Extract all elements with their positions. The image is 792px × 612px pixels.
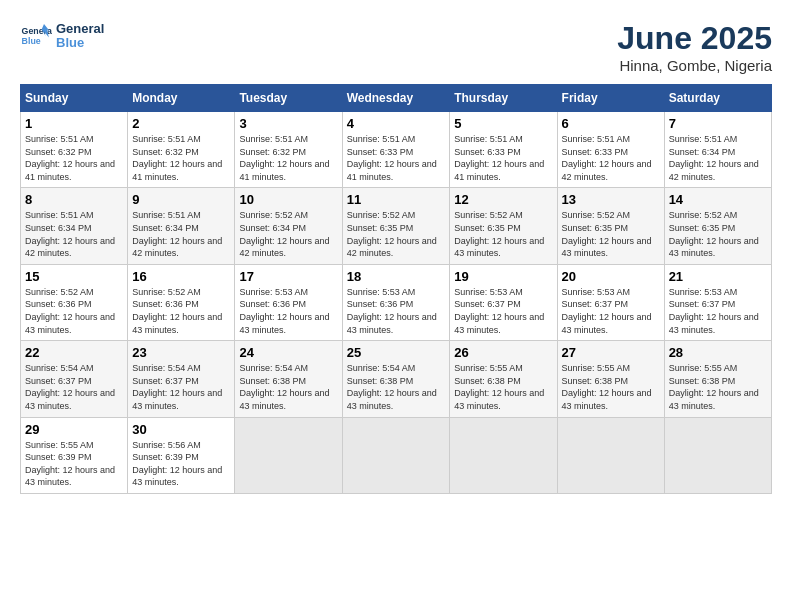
day-number: 21	[669, 269, 767, 284]
day-info: Sunrise: 5:55 AM Sunset: 6:38 PM Dayligh…	[454, 362, 552, 412]
logo-icon: General Blue	[20, 20, 52, 52]
day-info: Sunrise: 5:56 AM Sunset: 6:39 PM Dayligh…	[132, 439, 230, 489]
table-row: 25 Sunrise: 5:54 AM Sunset: 6:38 PM Dayl…	[342, 341, 450, 417]
logo-text-blue: Blue	[56, 36, 104, 50]
calendar-row: 29 Sunrise: 5:55 AM Sunset: 6:39 PM Dayl…	[21, 417, 772, 493]
day-number: 15	[25, 269, 123, 284]
day-info: Sunrise: 5:51 AM Sunset: 6:32 PM Dayligh…	[132, 133, 230, 183]
header-tuesday: Tuesday	[235, 85, 342, 112]
table-row: 8 Sunrise: 5:51 AM Sunset: 6:34 PM Dayli…	[21, 188, 128, 264]
day-info: Sunrise: 5:51 AM Sunset: 6:34 PM Dayligh…	[669, 133, 767, 183]
calendar-row: 1 Sunrise: 5:51 AM Sunset: 6:32 PM Dayli…	[21, 112, 772, 188]
table-row: 13 Sunrise: 5:52 AM Sunset: 6:35 PM Dayl…	[557, 188, 664, 264]
table-row: 28 Sunrise: 5:55 AM Sunset: 6:38 PM Dayl…	[664, 341, 771, 417]
day-number: 27	[562, 345, 660, 360]
table-row: 12 Sunrise: 5:52 AM Sunset: 6:35 PM Dayl…	[450, 188, 557, 264]
day-info: Sunrise: 5:55 AM Sunset: 6:38 PM Dayligh…	[562, 362, 660, 412]
table-row: 24 Sunrise: 5:54 AM Sunset: 6:38 PM Dayl…	[235, 341, 342, 417]
table-row: 4 Sunrise: 5:51 AM Sunset: 6:33 PM Dayli…	[342, 112, 450, 188]
header-thursday: Thursday	[450, 85, 557, 112]
day-number: 11	[347, 192, 446, 207]
day-info: Sunrise: 5:54 AM Sunset: 6:37 PM Dayligh…	[25, 362, 123, 412]
table-row: 11 Sunrise: 5:52 AM Sunset: 6:35 PM Dayl…	[342, 188, 450, 264]
day-number: 13	[562, 192, 660, 207]
table-row: 2 Sunrise: 5:51 AM Sunset: 6:32 PM Dayli…	[128, 112, 235, 188]
logo: General Blue General Blue	[20, 20, 104, 52]
header-sunday: Sunday	[21, 85, 128, 112]
day-number: 9	[132, 192, 230, 207]
header-wednesday: Wednesday	[342, 85, 450, 112]
day-number: 25	[347, 345, 446, 360]
day-info: Sunrise: 5:53 AM Sunset: 6:37 PM Dayligh…	[669, 286, 767, 336]
day-info: Sunrise: 5:51 AM Sunset: 6:32 PM Dayligh…	[239, 133, 337, 183]
day-number: 14	[669, 192, 767, 207]
table-row: 16 Sunrise: 5:52 AM Sunset: 6:36 PM Dayl…	[128, 264, 235, 340]
day-info: Sunrise: 5:52 AM Sunset: 6:36 PM Dayligh…	[25, 286, 123, 336]
table-row: 20 Sunrise: 5:53 AM Sunset: 6:37 PM Dayl…	[557, 264, 664, 340]
day-number: 7	[669, 116, 767, 131]
day-info: Sunrise: 5:52 AM Sunset: 6:35 PM Dayligh…	[347, 209, 446, 259]
logo-text-general: General	[56, 22, 104, 36]
month-title: June 2025	[617, 20, 772, 57]
day-info: Sunrise: 5:51 AM Sunset: 6:34 PM Dayligh…	[25, 209, 123, 259]
table-row: 23 Sunrise: 5:54 AM Sunset: 6:37 PM Dayl…	[128, 341, 235, 417]
table-row: 10 Sunrise: 5:52 AM Sunset: 6:34 PM Dayl…	[235, 188, 342, 264]
calendar-header-row: Sunday Monday Tuesday Wednesday Thursday…	[21, 85, 772, 112]
calendar-row: 22 Sunrise: 5:54 AM Sunset: 6:37 PM Dayl…	[21, 341, 772, 417]
day-number: 22	[25, 345, 123, 360]
day-number: 1	[25, 116, 123, 131]
table-row: 30 Sunrise: 5:56 AM Sunset: 6:39 PM Dayl…	[128, 417, 235, 493]
day-info: Sunrise: 5:51 AM Sunset: 6:33 PM Dayligh…	[562, 133, 660, 183]
day-info: Sunrise: 5:52 AM Sunset: 6:35 PM Dayligh…	[562, 209, 660, 259]
day-info: Sunrise: 5:52 AM Sunset: 6:34 PM Dayligh…	[239, 209, 337, 259]
day-info: Sunrise: 5:51 AM Sunset: 6:33 PM Dayligh…	[347, 133, 446, 183]
day-info: Sunrise: 5:54 AM Sunset: 6:38 PM Dayligh…	[347, 362, 446, 412]
table-row	[450, 417, 557, 493]
table-row	[664, 417, 771, 493]
table-row: 5 Sunrise: 5:51 AM Sunset: 6:33 PM Dayli…	[450, 112, 557, 188]
calendar-table: Sunday Monday Tuesday Wednesday Thursday…	[20, 84, 772, 494]
day-number: 30	[132, 422, 230, 437]
calendar-row: 8 Sunrise: 5:51 AM Sunset: 6:34 PM Dayli…	[21, 188, 772, 264]
day-info: Sunrise: 5:53 AM Sunset: 6:36 PM Dayligh…	[239, 286, 337, 336]
header-friday: Friday	[557, 85, 664, 112]
table-row: 21 Sunrise: 5:53 AM Sunset: 6:37 PM Dayl…	[664, 264, 771, 340]
day-number: 24	[239, 345, 337, 360]
day-number: 28	[669, 345, 767, 360]
title-area: June 2025 Hinna, Gombe, Nigeria	[617, 20, 772, 74]
header-saturday: Saturday	[664, 85, 771, 112]
day-number: 19	[454, 269, 552, 284]
page-header: General Blue General Blue June 2025 Hinn…	[20, 20, 772, 74]
day-info: Sunrise: 5:55 AM Sunset: 6:39 PM Dayligh…	[25, 439, 123, 489]
day-number: 17	[239, 269, 337, 284]
day-number: 16	[132, 269, 230, 284]
svg-text:Blue: Blue	[22, 36, 41, 46]
table-row: 22 Sunrise: 5:54 AM Sunset: 6:37 PM Dayl…	[21, 341, 128, 417]
day-number: 3	[239, 116, 337, 131]
calendar-row: 15 Sunrise: 5:52 AM Sunset: 6:36 PM Dayl…	[21, 264, 772, 340]
table-row: 15 Sunrise: 5:52 AM Sunset: 6:36 PM Dayl…	[21, 264, 128, 340]
day-info: Sunrise: 5:53 AM Sunset: 6:36 PM Dayligh…	[347, 286, 446, 336]
day-number: 2	[132, 116, 230, 131]
table-row: 26 Sunrise: 5:55 AM Sunset: 6:38 PM Dayl…	[450, 341, 557, 417]
day-info: Sunrise: 5:52 AM Sunset: 6:35 PM Dayligh…	[669, 209, 767, 259]
day-info: Sunrise: 5:54 AM Sunset: 6:38 PM Dayligh…	[239, 362, 337, 412]
day-number: 29	[25, 422, 123, 437]
day-number: 20	[562, 269, 660, 284]
table-row: 17 Sunrise: 5:53 AM Sunset: 6:36 PM Dayl…	[235, 264, 342, 340]
day-number: 4	[347, 116, 446, 131]
day-info: Sunrise: 5:54 AM Sunset: 6:37 PM Dayligh…	[132, 362, 230, 412]
day-number: 10	[239, 192, 337, 207]
table-row	[557, 417, 664, 493]
table-row: 7 Sunrise: 5:51 AM Sunset: 6:34 PM Dayli…	[664, 112, 771, 188]
day-number: 6	[562, 116, 660, 131]
day-info: Sunrise: 5:52 AM Sunset: 6:35 PM Dayligh…	[454, 209, 552, 259]
day-info: Sunrise: 5:51 AM Sunset: 6:34 PM Dayligh…	[132, 209, 230, 259]
table-row: 18 Sunrise: 5:53 AM Sunset: 6:36 PM Dayl…	[342, 264, 450, 340]
day-info: Sunrise: 5:51 AM Sunset: 6:32 PM Dayligh…	[25, 133, 123, 183]
day-number: 26	[454, 345, 552, 360]
table-row: 3 Sunrise: 5:51 AM Sunset: 6:32 PM Dayli…	[235, 112, 342, 188]
table-row: 19 Sunrise: 5:53 AM Sunset: 6:37 PM Dayl…	[450, 264, 557, 340]
day-number: 8	[25, 192, 123, 207]
day-number: 23	[132, 345, 230, 360]
